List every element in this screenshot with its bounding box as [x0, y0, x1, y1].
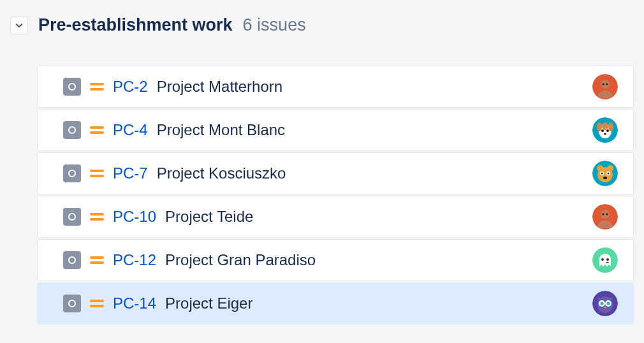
- priority-icon: [90, 126, 104, 134]
- issue-type-icon: [63, 78, 81, 96]
- collapse-toggle[interactable]: [10, 17, 28, 34]
- issue-key[interactable]: PC-12: [113, 251, 156, 269]
- svg-point-22: [608, 173, 610, 175]
- svg-point-39: [607, 302, 610, 305]
- priority-icon: [90, 300, 104, 307]
- svg-point-5: [69, 127, 75, 133]
- issues-list: PC-2Project MatterhornPC-4Project Mont B…: [10, 66, 634, 325]
- svg-point-4: [606, 84, 608, 85]
- issue-type-icon: [63, 251, 81, 269]
- issue-title: Project Gran Paradiso: [165, 251, 583, 269]
- assignee-avatar[interactable]: [592, 74, 618, 99]
- assignee-avatar[interactable]: [592, 161, 618, 186]
- svg-point-14: [69, 170, 75, 177]
- issue-key[interactable]: PC-10: [113, 208, 156, 226]
- issue-key[interactable]: PC-7: [113, 164, 148, 182]
- svg-point-38: [601, 302, 604, 305]
- svg-point-29: [69, 257, 75, 263]
- svg-point-28: [606, 214, 608, 215]
- issue-type-icon: [63, 208, 81, 226]
- issue-title: Project Eiger: [165, 295, 583, 312]
- svg-point-3: [603, 84, 604, 85]
- issue-type-icon: [63, 164, 81, 182]
- priority-icon: [90, 83, 104, 91]
- assignee-avatar[interactable]: [592, 117, 618, 143]
- issue-type-icon: [63, 295, 81, 312]
- svg-point-23: [603, 177, 607, 179]
- assignee-avatar[interactable]: [592, 247, 618, 273]
- svg-point-2: [601, 80, 610, 89]
- svg-point-0: [69, 84, 75, 90]
- section-title: Pre-establishment work: [38, 15, 233, 35]
- svg-point-11: [601, 129, 604, 132]
- svg-point-8: [597, 122, 602, 131]
- svg-point-24: [69, 214, 75, 220]
- section-header: Pre-establishment work 6 issues: [10, 15, 634, 35]
- svg-point-12: [606, 129, 609, 132]
- svg-point-31: [601, 258, 604, 261]
- issue-title: Project Mont Blanc: [157, 121, 583, 139]
- svg-point-10: [602, 122, 608, 130]
- issue-type-icon: [63, 121, 81, 139]
- svg-point-32: [606, 258, 609, 261]
- chevron-down-icon: [15, 21, 24, 30]
- issue-row[interactable]: PC-14Project Eiger: [37, 282, 634, 325]
- svg-point-26: [601, 210, 610, 219]
- svg-point-13: [604, 133, 606, 135]
- issue-title: Project Matterhorn: [157, 78, 583, 96]
- svg-point-33: [69, 300, 75, 307]
- svg-point-18: [597, 167, 613, 182]
- issue-row[interactable]: PC-4Project Mont Blanc: [37, 109, 634, 151]
- priority-icon: [90, 256, 104, 264]
- issue-title: Project Kosciuszko: [157, 164, 583, 182]
- issue-title: Project Teide: [165, 208, 583, 226]
- issue-key[interactable]: PC-2: [113, 78, 148, 96]
- issue-row[interactable]: PC-7Project Kosciuszko: [37, 152, 634, 194]
- issue-key[interactable]: PC-4: [113, 121, 148, 139]
- assignee-avatar[interactable]: [592, 291, 618, 316]
- assignee-avatar[interactable]: [592, 204, 618, 230]
- issue-key[interactable]: PC-14: [113, 295, 156, 312]
- issue-count: 6 issues: [243, 15, 306, 35]
- priority-icon: [90, 213, 104, 221]
- priority-icon: [90, 170, 104, 177]
- issue-row[interactable]: PC-10Project Teide: [37, 196, 634, 238]
- svg-point-21: [601, 173, 603, 175]
- issue-row[interactable]: PC-12Project Gran Paradiso: [37, 239, 634, 281]
- svg-point-9: [608, 122, 613, 131]
- svg-point-27: [603, 214, 604, 215]
- issue-row[interactable]: PC-2Project Matterhorn: [37, 66, 634, 108]
